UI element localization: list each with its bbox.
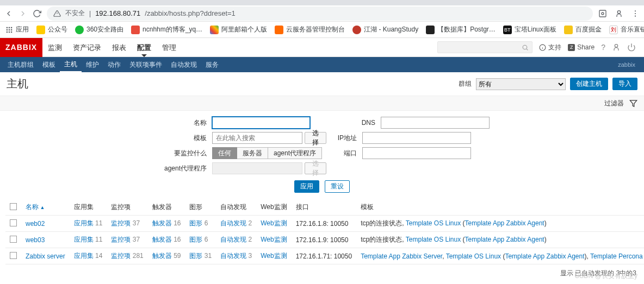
proxy-label: agent代理程序 [0, 164, 212, 173]
nav-inventory[interactable]: 资产记录 [67, 38, 107, 57]
ip-input[interactable] [362, 132, 471, 144]
subnav-actions[interactable]: 动作 [103, 57, 125, 72]
subnav-hostgroups[interactable]: 主机群组 [3, 57, 38, 72]
seg-any[interactable]: 任何 [212, 147, 237, 159]
template-input[interactable] [212, 132, 302, 144]
bookmark-item[interactable]: 江湖 - KuangStudy [352, 25, 418, 34]
discovery-link[interactable]: 自动发现 [220, 252, 246, 260]
share-link[interactable]: ZShare [568, 43, 595, 51]
host-name-link[interactable]: web03 [26, 236, 45, 244]
template-select-button[interactable]: 选择 [305, 132, 326, 144]
row-checkbox[interactable] [10, 252, 17, 259]
monitor-segment: 任何 服务器 agent代理程序 [212, 147, 326, 159]
import-button[interactable]: 导入 [612, 78, 637, 90]
reset-button[interactable]: 重设 [325, 180, 350, 193]
help-icon[interactable]: ? [601, 43, 605, 52]
group-select[interactable]: 所有 [476, 78, 566, 90]
create-host-button[interactable]: 创建主机 [570, 78, 608, 90]
bookmark-item[interactable]: 百度掘金 [564, 25, 602, 34]
triggers-link[interactable]: 触发器 [152, 252, 172, 260]
apps-link[interactable]: 应用集 [74, 252, 94, 260]
host-name-link[interactable]: Zabbix server [26, 253, 65, 260]
hosts-table: 名称 应用集 监控项 触发器 图形 自动发现 Web监测 接口 模板 状态 可用… [5, 199, 644, 264]
nav-monitoring[interactable]: 监测 [42, 38, 67, 57]
profile-icon[interactable] [615, 9, 623, 18]
templates-cell: tcp的连接状态, Template OS Linux (Template Ap… [356, 216, 644, 232]
zabbix-logo[interactable]: ZABBIX [0, 38, 42, 57]
bookmark-item[interactable]: ncnhhm的博客_yq… [131, 25, 202, 34]
power-icon[interactable] [627, 43, 636, 52]
bookmark-item[interactable]: 360安全路由 [75, 25, 123, 34]
name-input[interactable] [212, 117, 310, 129]
interface-cell: 172.16.1.8: 10050 [292, 216, 356, 232]
subnav-hosts[interactable]: 主机 [60, 57, 82, 72]
svg-rect-11 [11, 29, 12, 30]
subnav-services[interactable]: 服务 [201, 57, 223, 72]
svg-rect-13 [9, 31, 10, 32]
row-checkbox[interactable] [10, 219, 17, 226]
triggers-link[interactable]: 触发器 [152, 219, 172, 227]
subnav-discovery[interactable]: 自动发现 [166, 57, 201, 72]
zabbix-header: ZABBIX 监测 资产记录 报表 配置 管理 支持 ZShare ? [0, 38, 644, 57]
table-row: Zabbix server 应用集 14 监控项 281 触发器 59 图形 3… [5, 248, 644, 264]
items-link[interactable]: 监控项 [111, 219, 131, 227]
subnav-templates[interactable]: 模板 [38, 57, 60, 72]
extension-icon[interactable] [598, 9, 607, 18]
subnav-maintenance[interactable]: 维护 [82, 57, 103, 72]
nav-reports[interactable]: 报表 [107, 38, 132, 57]
apps-link[interactable]: 应用集 [74, 236, 94, 243]
discovery-link[interactable]: 自动发现 [220, 219, 246, 227]
svg-point-2 [617, 10, 620, 13]
filter-label: 过滤器 [604, 99, 624, 108]
bookmark-item[interactable]: 云服务器管理控制台 [275, 25, 345, 34]
apply-button[interactable]: 应用 [294, 180, 319, 193]
global-search[interactable] [437, 41, 532, 53]
col-templates: 模板 [356, 199, 644, 216]
reload-icon[interactable] [33, 9, 41, 18]
top-nav: 监测 资产记录 报表 配置 管理 [42, 38, 182, 57]
apps-button[interactable]: 应用 [5, 25, 29, 34]
graphs-link[interactable]: 图形 [189, 219, 202, 227]
user-icon[interactable] [612, 43, 621, 52]
items-link[interactable]: 监控项 [111, 236, 131, 243]
seg-server[interactable]: 服务器 [237, 147, 268, 159]
table-footer: 显示 已自动发现的 3中的3 [0, 264, 644, 282]
web-link[interactable]: Web监测 [261, 252, 287, 260]
col-name[interactable]: 名称 [21, 199, 70, 216]
web-link[interactable]: Web监测 [261, 236, 287, 243]
bookmark-item[interactable]: 阿里邮箱个人版 [210, 25, 267, 34]
host-name-link[interactable]: web02 [26, 220, 45, 228]
svg-point-5 [635, 15, 636, 16]
forward-icon[interactable] [18, 9, 27, 18]
web-link[interactable]: Web监测 [261, 219, 287, 227]
dns-input[interactable] [381, 117, 490, 129]
nav-administration[interactable]: 管理 [157, 38, 182, 57]
discovery-link[interactable]: 自动发现 [220, 236, 246, 243]
bookmark-item[interactable]: 刘音乐直链搜索|音乐… [609, 25, 644, 34]
back-icon[interactable] [4, 9, 13, 18]
col-graphs: 图形 [185, 199, 216, 216]
url-input[interactable]: 不安全 | 192.168.80.71/zabbix/hosts.php?ddr… [47, 7, 593, 21]
interface-cell: 172.16.1.71: 10050 [292, 248, 356, 264]
graphs-link[interactable]: 图形 [189, 252, 202, 260]
bookmark-item[interactable]: 公众号 [36, 25, 67, 34]
proxy-input [212, 162, 302, 174]
port-input[interactable] [362, 147, 471, 159]
support-link[interactable]: 支持 [539, 43, 561, 52]
graphs-link[interactable]: 图形 [189, 236, 202, 243]
bookmark-item[interactable]: 【数据库】Postgr… [426, 25, 496, 34]
nav-configuration[interactable]: 配置 [132, 38, 157, 57]
triggers-link[interactable]: 触发器 [152, 236, 172, 243]
seg-proxy[interactable]: agent代理程序 [268, 147, 322, 159]
bookmark-item[interactable]: BT宝塔Linux面板 [503, 25, 556, 34]
url-host: 192.168.80.71 [95, 9, 140, 17]
items-link[interactable]: 监控项 [111, 252, 131, 260]
col-interface: 接口 [292, 199, 356, 216]
row-checkbox[interactable] [10, 236, 17, 243]
interface-cell: 172.16.1.9: 10050 [292, 232, 356, 248]
filter-toggle[interactable]: 过滤器 [0, 96, 644, 111]
select-all-checkbox[interactable] [10, 203, 17, 210]
col-items: 监控项 [107, 199, 147, 216]
apps-link[interactable]: 应用集 [74, 219, 94, 227]
menu-icon[interactable] [631, 9, 640, 18]
